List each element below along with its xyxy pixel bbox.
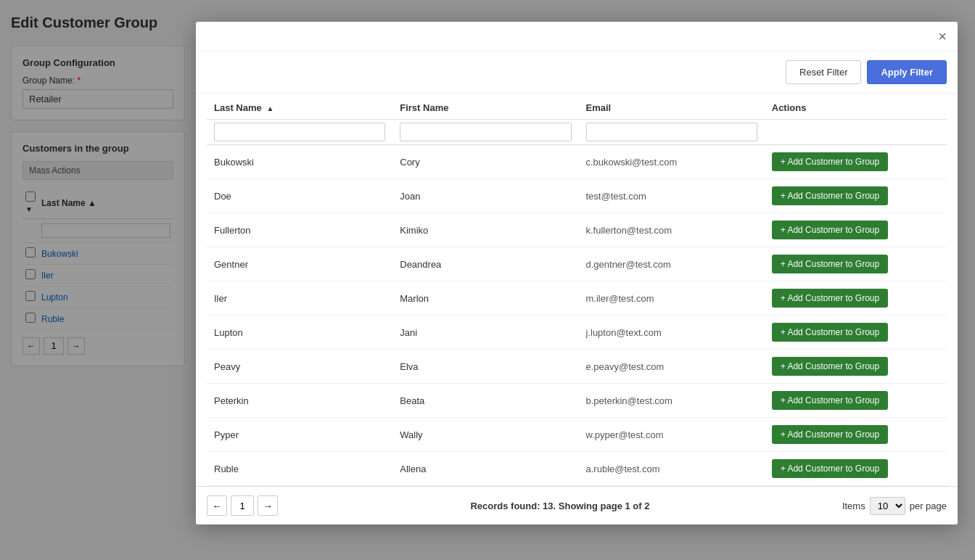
col-last-name-header[interactable]: Last Name ▲ [207, 94, 392, 120]
modal-last-name-9: Ruble [207, 452, 392, 486]
add-customer-btn-0[interactable]: + Add Customer to Group [772, 152, 888, 171]
col-email-header: Email [579, 94, 765, 120]
filter-email[interactable] [586, 123, 757, 141]
modal-first-name-6: Elva [392, 350, 578, 384]
footer-pagination: ← → [207, 495, 278, 516]
modal-action-cell-0: + Add Customer to Group [765, 145, 947, 179]
col-actions-header: Actions [765, 94, 947, 120]
modal-last-name-6: Peavy [207, 350, 392, 384]
modal-close-button[interactable]: × [938, 29, 947, 44]
modal-email-0: c.bukowski@test.com [579, 145, 765, 179]
add-customer-btn-6[interactable]: + Add Customer to Group [772, 357, 888, 376]
modal-filter-row [207, 120, 947, 145]
items-per-page-control: Items 10 20 50 per page [842, 497, 947, 515]
modal-last-name-4: Iler [207, 281, 392, 316]
footer-page-input[interactable] [231, 495, 254, 516]
modal-action-cell-6: + Add Customer to Group [765, 350, 947, 384]
modal-last-name-1: Doe [207, 179, 392, 213]
sort-arrow-icon: ▲ [266, 104, 273, 112]
modal-toolbar: Reset Filter Apply Filter [196, 52, 958, 94]
modal-email-8: w.pyper@test.com [579, 418, 765, 452]
modal-table-row: Lupton Jani j.lupton@text.com + Add Cust… [207, 316, 947, 350]
modal-dialog: × Reset Filter Apply Filter Last Name ▲ … [196, 22, 958, 524]
modal-first-name-4: Marlon [392, 281, 578, 316]
modal-email-7: b.peterkin@test.com [579, 384, 765, 418]
records-info: Records found: 13. Showing page 1 of 2 [470, 501, 649, 511]
modal-last-name-0: Bukowski [207, 145, 392, 179]
modal-table-header: Last Name ▲ First Name Email Actions [207, 94, 947, 120]
items-label: Items [842, 501, 865, 511]
modal-first-name-0: Cory [392, 145, 578, 179]
modal-email-4: m.iler@test.com [579, 281, 765, 316]
modal-action-cell-3: + Add Customer to Group [765, 247, 947, 281]
modal-email-1: test@test.com [579, 179, 765, 213]
add-customer-btn-1[interactable]: + Add Customer to Group [772, 186, 888, 205]
add-customer-btn-8[interactable]: + Add Customer to Group [772, 425, 888, 444]
add-customer-btn-7[interactable]: + Add Customer to Group [772, 391, 888, 410]
modal-action-cell-7: + Add Customer to Group [765, 384, 947, 418]
modal-first-name-7: Beata [392, 384, 578, 418]
modal-table-row: Ruble Allena a.ruble@test.com + Add Cust… [207, 452, 947, 486]
add-customer-btn-9[interactable]: + Add Customer to Group [772, 459, 888, 478]
modal-first-name-8: Wally [392, 418, 578, 452]
modal-table-row: Gentner Deandrea d.gentner@test.com + Ad… [207, 247, 947, 281]
items-per-page-select[interactable]: 10 20 50 [870, 497, 905, 515]
filter-first-name[interactable] [400, 123, 571, 141]
modal-table-row: Peavy Elva e.peavy@test.com + Add Custom… [207, 350, 947, 384]
modal-table-wrap: Last Name ▲ First Name Email Actions Buk… [196, 94, 958, 486]
modal-action-cell-2: + Add Customer to Group [765, 213, 947, 247]
footer-next-btn[interactable]: → [258, 495, 278, 516]
modal-action-cell-1: + Add Customer to Group [765, 179, 947, 213]
modal-last-name-7: Peterkin [207, 384, 392, 418]
modal-first-name-9: Allena [392, 452, 578, 486]
col-first-name-header: First Name [392, 94, 578, 120]
modal-last-name-8: Pyper [207, 418, 392, 452]
apply-filter-button[interactable]: Apply Filter [867, 60, 947, 84]
reset-filter-button[interactable]: Reset Filter [786, 60, 861, 84]
modal-footer: ← → Records found: 13. Showing page 1 of… [196, 486, 958, 524]
modal-action-cell-8: + Add Customer to Group [765, 418, 947, 452]
modal-customers-table: Last Name ▲ First Name Email Actions Buk… [207, 94, 947, 486]
modal-first-name-2: Kimiko [392, 213, 578, 247]
modal-table-row: Doe Joan test@test.com + Add Customer to… [207, 179, 947, 213]
add-customer-btn-3[interactable]: + Add Customer to Group [772, 255, 888, 273]
modal-email-5: j.lupton@text.com [579, 316, 765, 350]
modal-first-name-1: Joan [392, 179, 578, 213]
modal-email-3: d.gentner@test.com [579, 247, 765, 281]
modal-email-6: e.peavy@test.com [579, 350, 765, 384]
add-customer-btn-4[interactable]: + Add Customer to Group [772, 289, 888, 308]
filter-last-name[interactable] [214, 123, 385, 141]
modal-last-name-2: Fullerton [207, 213, 392, 247]
modal-first-name-3: Deandrea [392, 247, 578, 281]
modal-email-2: k.fullerton@test.com [579, 213, 765, 247]
modal-first-name-5: Jani [392, 316, 578, 350]
modal-table-row: Peterkin Beata b.peterkin@test.com + Add… [207, 384, 947, 418]
modal-action-cell-5: + Add Customer to Group [765, 316, 947, 350]
modal-header: × [196, 22, 958, 52]
modal-table-row: Bukowski Cory c.bukowski@test.com + Add … [207, 145, 947, 179]
modal-action-cell-4: + Add Customer to Group [765, 281, 947, 316]
modal-table-row: Iler Marlon m.iler@test.com + Add Custom… [207, 281, 947, 316]
modal-table-row: Pyper Wally w.pyper@test.com + Add Custo… [207, 418, 947, 452]
modal-email-9: a.ruble@test.com [579, 452, 765, 486]
modal-last-name-3: Gentner [207, 247, 392, 281]
add-customer-btn-2[interactable]: + Add Customer to Group [772, 221, 888, 239]
modal-action-cell-9: + Add Customer to Group [765, 452, 947, 486]
footer-prev-btn[interactable]: ← [207, 495, 227, 516]
modal-last-name-5: Lupton [207, 316, 392, 350]
add-customer-btn-5[interactable]: + Add Customer to Group [772, 323, 888, 342]
per-page-label: per page [910, 501, 947, 511]
modal-table-row: Fullerton Kimiko k.fullerton@test.com + … [207, 213, 947, 247]
